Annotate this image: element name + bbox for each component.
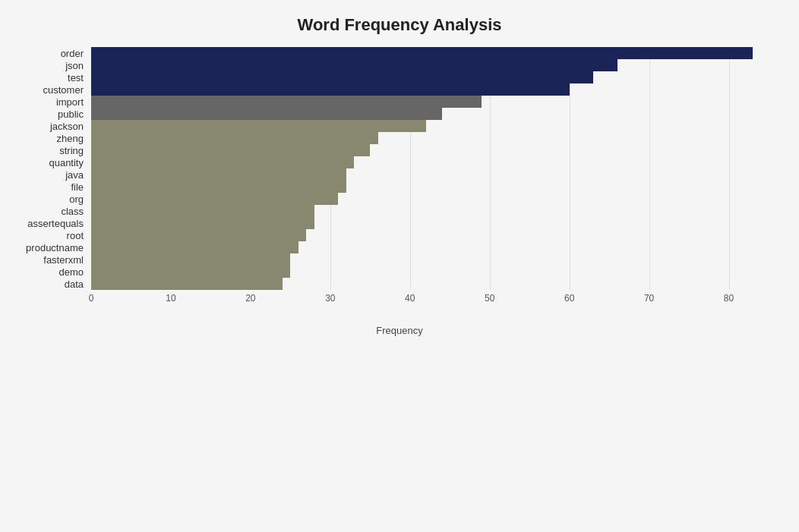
bar-row: zheng: [91, 132, 769, 144]
bar-label: jackson: [8, 121, 91, 132]
x-tick: 80: [724, 293, 734, 304]
bars-section: orderjsontestcustomerimportpublicjackson…: [91, 47, 769, 290]
bar: [91, 96, 482, 108]
bar-track: [91, 229, 769, 241]
chart-container: Word Frequency Analysis orderjsontestcus…: [0, 0, 799, 532]
bar: [91, 47, 753, 59]
bar: [91, 181, 346, 193]
bar: [91, 205, 314, 217]
x-tick: 50: [485, 293, 494, 304]
x-tick: 0: [89, 293, 94, 304]
bar-label: root: [8, 230, 91, 241]
x-tick: 70: [644, 293, 654, 304]
bar-track: [91, 132, 769, 144]
bar: [91, 241, 298, 253]
bar-label: productname: [8, 242, 91, 253]
bar-row: org: [91, 193, 769, 205]
bar-track: [91, 168, 769, 181]
x-tick: 20: [245, 293, 255, 304]
bar-label: class: [8, 206, 91, 217]
bar: [91, 217, 314, 229]
bar-track: [91, 217, 769, 229]
bar-track: [91, 205, 769, 217]
bar: [91, 229, 306, 241]
bar-label: zheng: [8, 133, 91, 144]
bar-row: fasterxml: [91, 253, 769, 266]
bar-label: order: [8, 48, 91, 59]
bar-label: org: [8, 194, 91, 205]
bar-track: [91, 181, 769, 193]
bar: [91, 168, 346, 181]
bar-track: [91, 96, 769, 108]
bar-row: productname: [91, 241, 769, 253]
x-tick: 30: [325, 293, 335, 304]
bar: [91, 253, 290, 266]
bar-label: json: [8, 60, 91, 71]
bars-wrapper: orderjsontestcustomerimportpublicjackson…: [91, 47, 769, 336]
bar-row: data: [91, 278, 769, 290]
bar-label: customer: [8, 84, 91, 96]
bar-label: assertequals: [8, 218, 91, 229]
bar-label: demo: [8, 266, 91, 278]
bar-row: quantity: [91, 156, 769, 168]
chart-title: Word Frequency Analysis: [30, 15, 769, 35]
bar: [91, 144, 370, 156]
bar-track: [91, 144, 769, 156]
bar-label: java: [8, 169, 91, 181]
bar-track: [91, 71, 769, 83]
bar: [91, 193, 338, 205]
bar-track: [91, 83, 769, 96]
bar-row: class: [91, 205, 769, 217]
bar-track: [91, 156, 769, 168]
bar-label: import: [8, 96, 91, 108]
bar: [91, 71, 593, 83]
bar: [91, 120, 426, 132]
bar-row: customer: [91, 83, 769, 96]
bar-row: jackson: [91, 120, 769, 132]
x-tick: 60: [564, 293, 574, 304]
bar-row: public: [91, 108, 769, 120]
bar-track: [91, 193, 769, 205]
bar-row: string: [91, 144, 769, 156]
bar: [91, 266, 290, 278]
bar: [91, 132, 378, 144]
bar: [91, 59, 617, 71]
bar-label: file: [8, 181, 91, 193]
bar: [91, 278, 283, 290]
bar-row: import: [91, 96, 769, 108]
bar-track: [91, 108, 769, 120]
bar-label: quantity: [8, 157, 91, 168]
bar-row: assertequals: [91, 217, 769, 229]
bar-row: file: [91, 181, 769, 193]
x-tick: 40: [405, 293, 415, 304]
bar: [91, 83, 570, 96]
bar-track: [91, 278, 769, 290]
bar-row: order: [91, 47, 769, 59]
bar-track: [91, 241, 769, 253]
bar-label: string: [8, 145, 91, 156]
bar: [91, 108, 442, 120]
bar-label: test: [8, 72, 91, 83]
bar-row: root: [91, 229, 769, 241]
bar-row: json: [91, 59, 769, 71]
bar-label: fasterxml: [8, 254, 91, 266]
bar-track: [91, 59, 769, 71]
bar-label: public: [8, 109, 91, 120]
bar-label: data: [8, 279, 91, 290]
bar-row: demo: [91, 266, 769, 278]
x-axis: 01020304050607080: [91, 290, 769, 308]
bar-track: [91, 120, 769, 132]
x-axis-label: Frequency: [30, 325, 769, 336]
bar-track: [91, 266, 769, 278]
x-tick: 10: [166, 293, 175, 304]
bar-track: [91, 47, 769, 59]
bar-row: java: [91, 168, 769, 181]
bar-track: [91, 253, 769, 266]
bar-row: test: [91, 71, 769, 83]
bar: [91, 156, 354, 168]
